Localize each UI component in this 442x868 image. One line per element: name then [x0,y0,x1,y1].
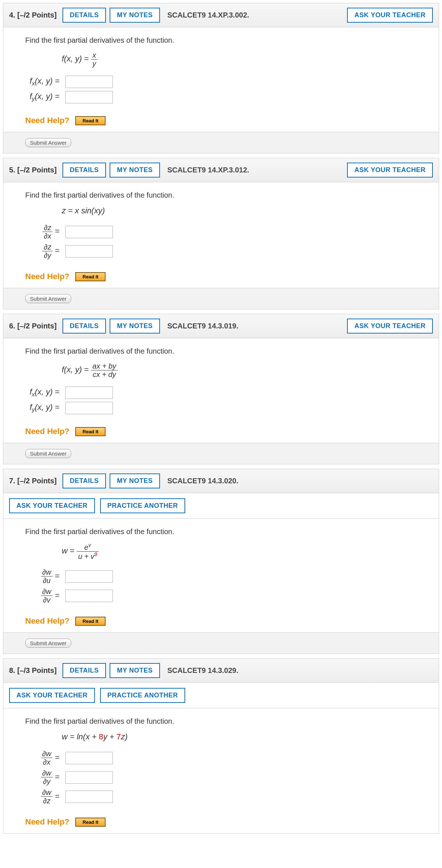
question-formula: w = evu + v9 [62,542,417,560]
submit-answer-button[interactable]: Submit Answer [25,639,71,648]
answer-label: fx(x, y)= [25,387,65,398]
ask-teacher-button[interactable]: ASK YOUR TEACHER [9,498,95,513]
question-points: [–/3 Points] [17,666,57,674]
answer-row: ∂w∂x= [25,750,417,766]
question-body: Find the first partial derivatives of th… [3,338,439,443]
assignment-code: SCALCET9 14.3.019. [167,322,239,330]
question-number-points: 7. [–/2 Points] [9,477,57,485]
question-number-points: 8. [–/3 Points] [9,666,57,675]
question-prompt: Find the first partial derivatives of th… [25,347,417,355]
answer-label: fy(x, y)= [25,92,65,102]
need-help-label: Need Help? [25,427,69,436]
question-header: 4. [–/2 Points]DETAILSMY NOTESSCALCET9 1… [3,3,439,27]
answer-input[interactable] [65,570,113,583]
question-body: Find the first partial derivatives of th… [3,27,439,132]
submit-row: Submit Answer [3,288,439,309]
my-notes-button[interactable]: MY NOTES [110,8,160,23]
answer-input[interactable] [65,91,113,103]
question-points: [–/2 Points] [17,322,57,330]
my-notes-button[interactable]: MY NOTES [110,163,160,178]
answer-row: fy(x, y)= [25,402,417,414]
need-help: Need Help?Read It [25,817,417,827]
answer-input[interactable] [65,791,113,803]
need-help: Need Help?Read It [25,116,417,125]
need-help-label: Need Help? [25,272,69,281]
answer-row: fx(x, y)= [25,76,417,88]
answer-row: ∂w∂y= [25,769,417,785]
answer-row: ∂z∂y= [25,243,417,259]
question-header: 8. [–/3 Points]DETAILSMY NOTESSCALCET9 1… [3,659,439,683]
answer-label: ∂w∂x= [25,750,65,766]
assignment-code: SCALCET9 14.3.029. [167,666,239,675]
need-help: Need Help?Read It [25,272,417,281]
read-it-button[interactable]: Read It [75,272,106,281]
practice-another-button[interactable]: PRACTICE ANOTHER [100,688,185,703]
need-help-label: Need Help? [25,116,69,125]
submit-answer-button[interactable]: Submit Answer [25,449,71,458]
answer-label: fx(x, y)= [25,76,65,87]
question-number: 7. [9,477,15,485]
read-it-button[interactable]: Read It [75,427,106,436]
submit-row: Submit Answer [3,443,439,464]
question-number-points: 5. [–/2 Points] [9,166,57,174]
practice-another-button[interactable]: PRACTICE ANOTHER [100,498,185,513]
read-it-button[interactable]: Read It [75,818,106,827]
question-points: [–/2 Points] [17,11,57,19]
answer-row: ∂w∂u= [25,568,417,585]
question-prompt: Find the first partial derivatives of th… [25,191,417,199]
need-help-label: Need Help? [25,817,69,827]
need-help-label: Need Help? [25,616,69,626]
question-number-points: 4. [–/2 Points] [9,11,57,19]
question-header-row2: ASK YOUR TEACHERPRACTICE ANOTHER [3,493,439,519]
answer-label: ∂w∂z= [25,788,65,805]
submit-answer-button[interactable]: Submit Answer [25,138,71,147]
answer-label: ∂w∂y= [25,769,65,785]
my-notes-button[interactable]: MY NOTES [110,473,160,488]
answer-input[interactable] [65,752,113,764]
ask-teacher-button[interactable]: ASK YOUR TEACHER [347,163,433,178]
details-button[interactable]: DETAILS [62,319,106,334]
details-button[interactable]: DETAILS [62,163,106,178]
details-button[interactable]: DETAILS [62,473,106,488]
assignment-code: SCALCET9 14.3.020. [167,477,239,485]
question-prompt: Find the first partial derivatives of th… [25,717,417,726]
need-help: Need Help?Read It [25,616,417,626]
ask-teacher-button[interactable]: ASK YOUR TEACHER [347,319,433,334]
need-help: Need Help?Read It [25,427,417,436]
details-button[interactable]: DETAILS [62,8,106,23]
read-it-button[interactable]: Read It [75,617,106,626]
question-prompt: Find the first partial derivatives of th… [25,36,417,45]
ask-teacher-button[interactable]: ASK YOUR TEACHER [9,688,95,703]
answer-row: fx(x, y)= [25,387,417,399]
answer-input[interactable] [65,590,113,602]
question-prompt: Find the first partial derivatives of th… [25,528,417,536]
submit-answer-button[interactable]: Submit Answer [25,294,71,303]
read-it-button[interactable]: Read It [75,116,106,125]
submit-row: Submit Answer [3,632,439,654]
ask-teacher-button[interactable]: ASK YOUR TEACHER [347,8,433,23]
question: 4. [–/2 Points]DETAILSMY NOTESSCALCET9 1… [3,3,439,153]
answer-row: ∂w∂z= [25,788,417,805]
answer-input[interactable] [65,245,113,258]
answer-input[interactable] [65,771,113,784]
question-header: 5. [–/2 Points]DETAILSMY NOTESSCALCET9 1… [3,158,439,182]
answer-row: ∂w∂v= [25,587,417,604]
my-notes-button[interactable]: MY NOTES [110,319,160,334]
answer-input[interactable] [65,226,113,238]
question: 6. [–/2 Points]DETAILSMY NOTESSCALCET9 1… [3,314,439,464]
question-number: 5. [9,166,15,174]
question-number: 4. [9,11,15,19]
question-body: Find the first partial derivatives of th… [3,519,439,632]
my-notes-button[interactable]: MY NOTES [110,663,160,678]
question-formula: f(x, y) = xy [62,51,417,68]
question-number-points: 6. [–/2 Points] [9,322,57,330]
assignment-code: SCALCET9 14.XP.3.012. [167,166,249,174]
question-formula: f(x, y) = ax + bycx + dy [62,362,417,378]
details-button[interactable]: DETAILS [62,663,106,678]
answer-label: ∂w∂u= [25,568,65,585]
answer-input[interactable] [65,402,113,414]
answer-input[interactable] [65,387,113,399]
submit-row: Submit Answer [3,132,439,153]
question-header: 7. [–/2 Points]DETAILSMY NOTESSCALCET9 1… [3,469,439,493]
answer-input[interactable] [65,76,113,88]
